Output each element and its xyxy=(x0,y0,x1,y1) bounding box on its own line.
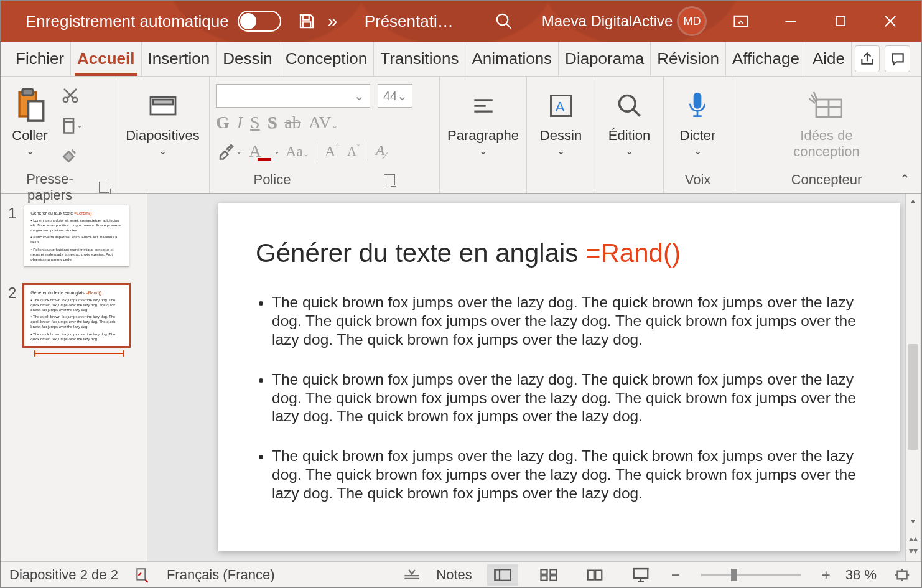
document-title[interactable]: Présentati… xyxy=(365,12,454,31)
slide-counter[interactable]: Diapositive 2 de 2 xyxy=(9,567,118,583)
drawing-label: Dessin xyxy=(540,128,582,144)
underline-icon[interactable]: S xyxy=(250,113,260,133)
strike-icon[interactable]: ab xyxy=(284,113,300,133)
change-case-icon[interactable]: Aa⌄ xyxy=(286,143,309,160)
scroll-up-icon[interactable]: ▴ xyxy=(911,194,915,207)
vertical-scrollbar[interactable]: ▴ ▾ xyxy=(905,194,920,528)
tab-draw[interactable]: Dessin xyxy=(217,42,279,76)
slide-canvas[interactable]: Générer du texte en anglais =Rand() The … xyxy=(218,203,900,551)
zoom-value[interactable]: 38 % xyxy=(845,567,877,583)
designer-label2: conception xyxy=(793,144,859,160)
grow-font-icon[interactable]: A˄ xyxy=(325,142,340,160)
copy-icon[interactable]: ⌄ xyxy=(57,111,84,139)
tab-help[interactable]: Aide xyxy=(806,42,852,76)
paragraph-button[interactable]: Paragraphe ⌄ xyxy=(442,82,524,159)
ribbon-tabs: Fichier Accueil Insertion Dessin Concept… xyxy=(1,42,921,77)
next-slide-icon[interactable]: ▾▾ xyxy=(909,546,918,556)
autosave-label: Enregistrement automatique xyxy=(26,12,229,31)
normal-view-icon[interactable] xyxy=(487,564,518,586)
italic-icon[interactable]: I xyxy=(237,113,243,133)
maximize-icon[interactable] xyxy=(828,8,853,34)
thumbnail-1[interactable]: 1 Générer du faux texte =Lorem() • Lorem… xyxy=(8,205,139,267)
collapse-ribbon-icon[interactable]: ⌃ xyxy=(900,172,910,187)
user-avatar[interactable]: MD xyxy=(679,8,705,34)
fit-window-icon[interactable] xyxy=(892,561,913,589)
search-icon[interactable] xyxy=(491,8,517,34)
slide-body[interactable]: The quick brown fox jumps over the lazy … xyxy=(256,293,863,503)
tab-file[interactable]: Fichier xyxy=(9,42,71,76)
group-drawing: A Dessin ⌄ xyxy=(527,77,595,193)
thumbnail-2[interactable]: 2 Générer du texte en anglais =Rand() • … xyxy=(8,284,139,347)
font-launcher-icon[interactable] xyxy=(384,174,395,185)
scroll-thumb[interactable] xyxy=(908,344,918,450)
shadow-icon[interactable]: S xyxy=(268,113,277,133)
editing-button[interactable]: Édition ⌄ xyxy=(603,82,655,159)
bullet-3[interactable]: The quick brown fox jumps over the lazy … xyxy=(272,447,863,503)
slideshow-view-icon[interactable] xyxy=(625,564,656,586)
tab-view[interactable]: Affichage xyxy=(726,42,806,76)
zoom-slider[interactable] xyxy=(701,574,801,576)
svg-point-0 xyxy=(496,14,508,26)
font-name-combo[interactable]: ⌄ xyxy=(216,84,370,108)
font-size-combo[interactable]: 44⌄ xyxy=(378,84,412,108)
shrink-font-icon[interactable]: A˅ xyxy=(347,144,360,159)
chevron-down-icon: ⌄ xyxy=(625,145,633,157)
user-name[interactable]: Maeva DigitalActive xyxy=(542,12,673,30)
svg-rect-14 xyxy=(694,93,701,108)
paste-button[interactable]: Coller ⌄ xyxy=(7,82,53,159)
svg-rect-10 xyxy=(153,100,173,105)
group-paragraph: Paragraphe ⌄ xyxy=(440,77,527,193)
clear-format-icon[interactable]: A⁄ xyxy=(376,142,386,161)
notes-label[interactable]: Notes xyxy=(436,567,472,583)
slide-thumbnails-panel[interactable]: 1 Générer du faux texte =Lorem() • Lorem… xyxy=(1,194,147,561)
group-editing: Édition ⌄ xyxy=(595,77,664,193)
tab-transitions[interactable]: Transitions xyxy=(374,42,465,76)
minimize-icon[interactable] xyxy=(778,8,803,34)
zoom-out-icon[interactable]: − xyxy=(671,566,680,584)
more-qa-icon[interactable]: » xyxy=(320,8,346,34)
tab-insert[interactable]: Insertion xyxy=(142,42,217,76)
slides-button[interactable]: Diapositives ⌄ xyxy=(121,82,205,159)
accessibility-icon[interactable] xyxy=(133,561,152,589)
title-bar: Enregistrement automatique » Présentati…… xyxy=(1,1,921,42)
dictate-button[interactable]: Dicter ⌄ xyxy=(675,82,720,159)
highlight-icon[interactable]: ⌄ xyxy=(216,138,243,165)
slide-nav[interactable]: ▴▴▾▾ xyxy=(905,528,920,561)
drawing-button[interactable]: A Dessin ⌄ xyxy=(535,82,587,159)
zoom-in-icon[interactable]: + xyxy=(822,566,831,584)
tab-animations[interactable]: Animations xyxy=(465,42,559,76)
bold-icon[interactable]: G xyxy=(216,113,230,133)
design-ideas-button[interactable]: Idées de conception xyxy=(788,82,864,162)
cut-icon[interactable] xyxy=(57,82,84,109)
tab-slideshow[interactable]: Diaporama xyxy=(559,42,651,76)
thumb-number: 2 xyxy=(8,284,16,302)
status-bar: Diapositive 2 de 2 Français (France) Not… xyxy=(1,561,921,587)
tab-home[interactable]: Accueil xyxy=(71,42,142,76)
save-icon[interactable] xyxy=(294,8,320,34)
font-color-icon[interactable]: A⌄ xyxy=(251,138,278,165)
reading-view-icon[interactable] xyxy=(579,564,610,586)
tab-review[interactable]: Révision xyxy=(651,42,726,76)
scroll-down-icon[interactable]: ▾ xyxy=(911,514,915,528)
bullet-1[interactable]: The quick brown fox jumps over the lazy … xyxy=(272,293,863,349)
share-button[interactable] xyxy=(855,45,880,72)
svg-rect-4 xyxy=(22,89,33,95)
thumb-number: 1 xyxy=(8,205,16,222)
tab-design[interactable]: Conception xyxy=(279,42,375,76)
comments-button[interactable] xyxy=(885,45,910,72)
char-spacing-icon[interactable]: AV⌄ xyxy=(309,113,338,133)
group-voice: Dicter ⌄ Voix xyxy=(664,77,732,193)
clipboard-launcher-icon[interactable] xyxy=(99,182,109,193)
format-painter-icon[interactable] xyxy=(57,141,84,169)
ribbon-display-icon[interactable] xyxy=(729,8,753,34)
autosave-toggle[interactable] xyxy=(238,11,281,32)
bullet-2[interactable]: The quick brown fox jumps over the lazy … xyxy=(272,370,863,426)
notes-icon[interactable] xyxy=(403,561,421,589)
language-label[interactable]: Français (France) xyxy=(167,567,275,583)
slide-editor[interactable]: Générer du texte en anglais =Rand() The … xyxy=(147,194,921,561)
prev-slide-icon[interactable]: ▴▴ xyxy=(909,533,918,543)
slide-title[interactable]: Générer du texte en anglais =Rand() xyxy=(256,238,863,268)
sorter-view-icon[interactable] xyxy=(533,564,564,586)
paste-label: Coller xyxy=(12,128,47,144)
close-icon[interactable] xyxy=(878,8,903,34)
